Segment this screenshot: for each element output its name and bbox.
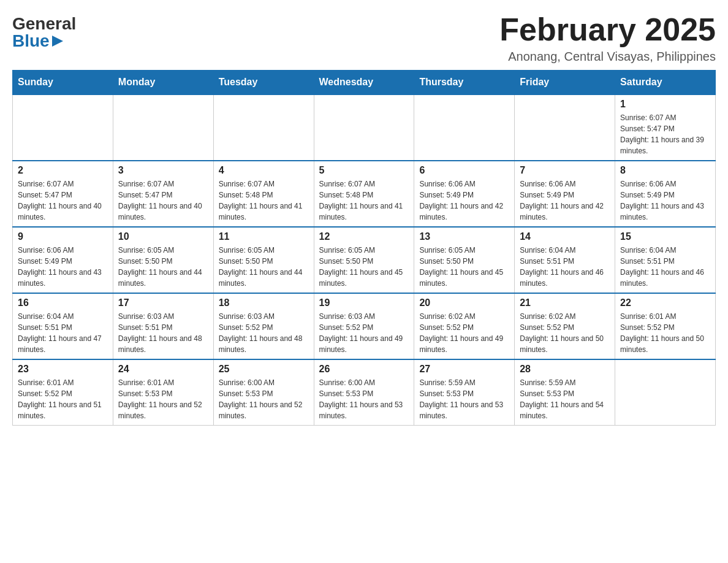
col-thursday: Thursday — [414, 71, 515, 95]
day-number: 3 — [118, 165, 208, 176]
logo-blue: Blue — [12, 33, 50, 50]
day-info: Sunrise: 6:06 AM Sunset: 5:49 PM Dayligh… — [620, 178, 710, 223]
day-info: Sunrise: 6:00 AM Sunset: 5:53 PM Dayligh… — [319, 377, 409, 421]
day-number: 15 — [620, 231, 710, 242]
day-number: 6 — [419, 165, 509, 176]
table-row: 26Sunrise: 6:00 AM Sunset: 5:53 PM Dayli… — [314, 359, 414, 426]
calendar-week-row: 2Sunrise: 6:07 AM Sunset: 5:47 PM Daylig… — [13, 161, 716, 227]
col-tuesday: Tuesday — [213, 71, 314, 95]
calendar-week-row: 16Sunrise: 6:04 AM Sunset: 5:51 PM Dayli… — [13, 293, 716, 359]
table-row — [213, 94, 314, 161]
table-row: 24Sunrise: 6:01 AM Sunset: 5:53 PM Dayli… — [113, 359, 213, 426]
table-row: 13Sunrise: 6:05 AM Sunset: 5:50 PM Dayli… — [414, 227, 515, 293]
calendar-week-row: 23Sunrise: 6:01 AM Sunset: 5:52 PM Dayli… — [13, 359, 716, 426]
table-row: 23Sunrise: 6:01 AM Sunset: 5:52 PM Dayli… — [13, 359, 113, 426]
day-number: 10 — [118, 231, 208, 242]
title-section: February 2025 Anonang, Central Visayas, … — [499, 12, 716, 64]
table-row: 1Sunrise: 6:07 AM Sunset: 5:47 PM Daylig… — [615, 94, 716, 161]
day-number: 17 — [118, 297, 208, 308]
table-row: 11Sunrise: 6:05 AM Sunset: 5:50 PM Dayli… — [213, 227, 314, 293]
calendar-header-row: Sunday Monday Tuesday Wednesday Thursday… — [13, 71, 716, 95]
day-number: 14 — [520, 231, 610, 242]
day-number: 19 — [319, 297, 409, 308]
day-number: 20 — [419, 297, 509, 308]
day-info: Sunrise: 6:05 AM Sunset: 5:50 PM Dayligh… — [118, 245, 208, 289]
day-info: Sunrise: 5:59 AM Sunset: 5:53 PM Dayligh… — [419, 377, 509, 421]
day-info: Sunrise: 6:03 AM Sunset: 5:52 PM Dayligh… — [319, 311, 409, 355]
table-row: 18Sunrise: 6:03 AM Sunset: 5:52 PM Dayli… — [213, 293, 314, 359]
day-number: 7 — [520, 165, 610, 176]
day-number: 25 — [219, 364, 309, 375]
day-info: Sunrise: 6:07 AM Sunset: 5:47 PM Dayligh… — [18, 178, 108, 223]
table-row: 16Sunrise: 6:04 AM Sunset: 5:51 PM Dayli… — [13, 293, 113, 359]
table-row — [113, 94, 213, 161]
day-info: Sunrise: 6:07 AM Sunset: 5:47 PM Dayligh… — [118, 178, 208, 223]
logo-arrow-icon — [51, 34, 64, 48]
table-row: 25Sunrise: 6:00 AM Sunset: 5:53 PM Dayli… — [213, 359, 314, 426]
table-row: 22Sunrise: 6:01 AM Sunset: 5:52 PM Dayli… — [615, 293, 716, 359]
table-row — [414, 94, 515, 161]
table-row: 14Sunrise: 6:04 AM Sunset: 5:51 PM Dayli… — [515, 227, 615, 293]
day-info: Sunrise: 5:59 AM Sunset: 5:53 PM Dayligh… — [520, 377, 610, 421]
day-info: Sunrise: 6:04 AM Sunset: 5:51 PM Dayligh… — [520, 245, 610, 289]
calendar-week-row: 1Sunrise: 6:07 AM Sunset: 5:47 PM Daylig… — [13, 94, 716, 161]
day-number: 24 — [118, 364, 208, 375]
table-row: 21Sunrise: 6:02 AM Sunset: 5:52 PM Dayli… — [515, 293, 615, 359]
table-row: 9Sunrise: 6:06 AM Sunset: 5:49 PM Daylig… — [13, 227, 113, 293]
day-info: Sunrise: 6:06 AM Sunset: 5:49 PM Dayligh… — [520, 178, 610, 223]
location-subtitle: Anonang, Central Visayas, Philippines — [499, 50, 716, 64]
day-number: 11 — [219, 231, 309, 242]
table-row: 27Sunrise: 5:59 AM Sunset: 5:53 PM Dayli… — [414, 359, 515, 426]
day-info: Sunrise: 6:01 AM Sunset: 5:52 PM Dayligh… — [620, 311, 710, 355]
day-info: Sunrise: 6:04 AM Sunset: 5:51 PM Dayligh… — [620, 245, 710, 289]
table-row: 17Sunrise: 6:03 AM Sunset: 5:51 PM Dayli… — [113, 293, 213, 359]
day-number: 27 — [419, 364, 509, 375]
table-row: 6Sunrise: 6:06 AM Sunset: 5:49 PM Daylig… — [414, 161, 515, 227]
table-row — [13, 94, 113, 161]
day-info: Sunrise: 6:07 AM Sunset: 5:48 PM Dayligh… — [319, 178, 409, 223]
col-sunday: Sunday — [13, 71, 113, 95]
day-number: 4 — [219, 165, 309, 176]
day-number: 26 — [319, 364, 409, 375]
table-row: 4Sunrise: 6:07 AM Sunset: 5:48 PM Daylig… — [213, 161, 314, 227]
table-row: 20Sunrise: 6:02 AM Sunset: 5:52 PM Dayli… — [414, 293, 515, 359]
table-row: 19Sunrise: 6:03 AM Sunset: 5:52 PM Dayli… — [314, 293, 414, 359]
table-row: 12Sunrise: 6:05 AM Sunset: 5:50 PM Dayli… — [314, 227, 414, 293]
day-number: 16 — [18, 297, 108, 308]
table-row: 7Sunrise: 6:06 AM Sunset: 5:49 PM Daylig… — [515, 161, 615, 227]
table-row: 28Sunrise: 5:59 AM Sunset: 5:53 PM Dayli… — [515, 359, 615, 426]
calendar-table: Sunday Monday Tuesday Wednesday Thursday… — [12, 70, 716, 426]
day-number: 5 — [319, 165, 409, 176]
table-row: 3Sunrise: 6:07 AM Sunset: 5:47 PM Daylig… — [113, 161, 213, 227]
day-number: 2 — [18, 165, 108, 176]
day-number: 8 — [620, 165, 710, 176]
table-row: 10Sunrise: 6:05 AM Sunset: 5:50 PM Dayli… — [113, 227, 213, 293]
day-number: 13 — [419, 231, 509, 242]
day-info: Sunrise: 6:01 AM Sunset: 5:53 PM Dayligh… — [118, 377, 208, 421]
logo-general: General — [12, 15, 76, 33]
day-info: Sunrise: 6:03 AM Sunset: 5:52 PM Dayligh… — [219, 311, 309, 355]
table-row: 8Sunrise: 6:06 AM Sunset: 5:49 PM Daylig… — [615, 161, 716, 227]
day-info: Sunrise: 6:01 AM Sunset: 5:52 PM Dayligh… — [18, 377, 108, 421]
day-info: Sunrise: 6:07 AM Sunset: 5:48 PM Dayligh… — [219, 178, 309, 223]
day-info: Sunrise: 6:00 AM Sunset: 5:53 PM Dayligh… — [219, 377, 309, 421]
day-number: 21 — [520, 297, 610, 308]
table-row — [615, 359, 716, 426]
svg-marker-0 — [52, 36, 63, 47]
logo: General Blue — [12, 12, 76, 50]
col-friday: Friday — [515, 71, 615, 95]
month-year-title: February 2025 — [499, 12, 716, 47]
day-info: Sunrise: 6:05 AM Sunset: 5:50 PM Dayligh… — [219, 245, 309, 289]
table-row: 5Sunrise: 6:07 AM Sunset: 5:48 PM Daylig… — [314, 161, 414, 227]
day-info: Sunrise: 6:07 AM Sunset: 5:47 PM Dayligh… — [620, 112, 710, 156]
table-row — [314, 94, 414, 161]
col-monday: Monday — [113, 71, 213, 95]
day-number: 23 — [18, 364, 108, 375]
col-saturday: Saturday — [615, 71, 716, 95]
day-number: 28 — [520, 364, 610, 375]
table-row: 15Sunrise: 6:04 AM Sunset: 5:51 PM Dayli… — [615, 227, 716, 293]
day-info: Sunrise: 6:04 AM Sunset: 5:51 PM Dayligh… — [18, 311, 108, 355]
day-number: 22 — [620, 297, 710, 308]
day-info: Sunrise: 6:05 AM Sunset: 5:50 PM Dayligh… — [419, 245, 509, 289]
day-info: Sunrise: 6:06 AM Sunset: 5:49 PM Dayligh… — [18, 245, 108, 289]
